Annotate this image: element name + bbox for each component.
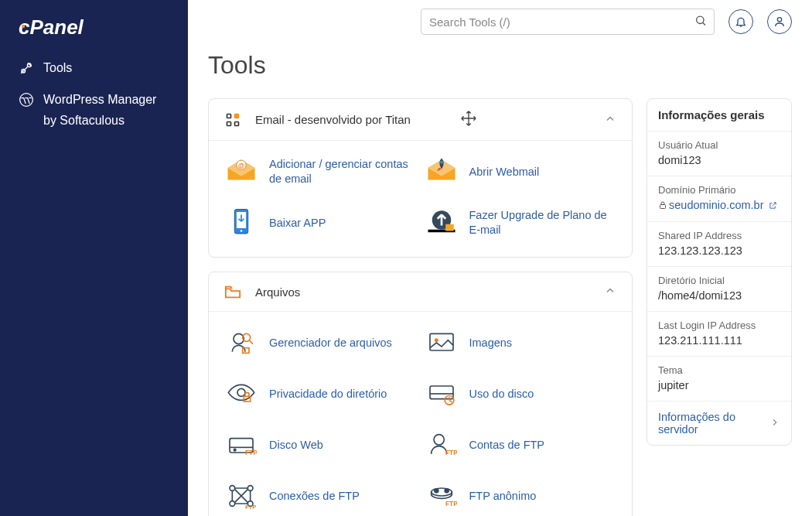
- info-label: Domínio Primário: [658, 184, 780, 196]
- tool-upgrade-email-plan[interactable]: Fazer Upgrade de Plano de E-mail: [425, 200, 617, 246]
- svg-point-1: [22, 25, 25, 28]
- move-icon[interactable]: [460, 110, 477, 129]
- tool-open-webmail[interactable]: Abrir Webmail: [425, 149, 617, 195]
- svg-text:FTP: FTP: [245, 504, 256, 511]
- phone-download-icon: [224, 206, 258, 240]
- svg-text:cPanel: cPanel: [19, 15, 84, 39]
- info-label: Usuário Atual: [658, 139, 780, 151]
- tool-label: Gerenciador de arquivos: [269, 336, 392, 350]
- tool-disk-usage[interactable]: Uso do disco: [425, 371, 617, 417]
- cpanel-logo: cPanel: [0, 15, 188, 53]
- tool-label: Uso do disco: [469, 387, 534, 402]
- svg-rect-43: [660, 205, 666, 209]
- server-info-link[interactable]: Informações do servidor: [647, 402, 791, 445]
- svg-point-41: [445, 489, 449, 493]
- upgrade-circle-icon: [425, 206, 459, 240]
- info-label: Shared IP Address: [658, 230, 780, 241]
- info-value: 123.211.111.111: [658, 334, 780, 347]
- svg-point-4: [20, 94, 33, 107]
- tool-download-app[interactable]: Baixar APP: [224, 200, 417, 246]
- tool-label: FTP anônimo: [469, 489, 537, 504]
- svg-rect-7: [227, 114, 231, 118]
- search-input[interactable]: [421, 9, 715, 35]
- svg-point-6: [777, 18, 781, 22]
- tool-ftp-accounts[interactable]: FTP Contas de FTP: [425, 422, 617, 468]
- tool-label: Fazer Upgrade de Plano de E-mail: [469, 208, 617, 237]
- general-info-panel: Informações gerais Usuário Atual domi123…: [647, 98, 792, 446]
- svg-text:FTP: FTP: [445, 500, 457, 507]
- tool-directory-privacy[interactable]: Privacidade do diretório: [224, 371, 417, 417]
- info-row-home-dir: Diretório Inicial /home4/domi123: [647, 267, 791, 312]
- lock-icon: [658, 200, 667, 212]
- info-value[interactable]: seudominio.com.br: [658, 199, 780, 212]
- web-disk-icon: FTP: [224, 428, 258, 462]
- ftp-connections-icon: FTP: [224, 479, 258, 513]
- info-value: /home4/domi123: [658, 289, 780, 302]
- tool-anonymous-ftp[interactable]: FTP FTP anônimo: [425, 473, 617, 516]
- info-row-theme: Tema jupiter: [647, 357, 791, 402]
- chevron-up-icon[interactable]: [604, 285, 616, 299]
- page-title: Tools: [208, 51, 633, 80]
- svg-text:FTP: FTP: [445, 449, 457, 456]
- panel-title: Arquivos: [255, 285, 300, 299]
- tool-file-manager[interactable]: Gerenciador de arquivos: [224, 320, 417, 366]
- search-wrap: [421, 9, 715, 35]
- svg-point-13: [440, 161, 443, 164]
- svg-point-25: [237, 388, 245, 396]
- svg-point-36: [230, 501, 235, 507]
- info-value: jupiter: [658, 379, 780, 391]
- svg-point-34: [230, 486, 235, 491]
- disk-usage-icon: [425, 377, 459, 411]
- user-icon: [773, 15, 786, 28]
- svg-point-16: [241, 230, 243, 232]
- svg-rect-22: [243, 348, 249, 354]
- apps-icon: [224, 111, 241, 128]
- tool-label: Contas de FTP: [469, 438, 545, 453]
- info-row-last-login-ip: Last Login IP Address 123.211.111.111: [647, 312, 791, 357]
- tool-manage-email-accounts[interactable]: @ Adicionar / gerenciar contas de email: [224, 149, 417, 195]
- chevron-right-icon: [769, 417, 780, 430]
- sidebar-item-label: WordPress Manager: [43, 92, 156, 108]
- svg-rect-9: [227, 121, 231, 125]
- bell-icon: [735, 15, 747, 28]
- tool-ftp-connections[interactable]: FTP Conexões de FTP: [224, 473, 417, 516]
- notifications-button[interactable]: [728, 9, 753, 34]
- svg-point-40: [434, 489, 438, 493]
- panel-head-files[interactable]: Arquivos: [209, 272, 632, 312]
- topbar: [188, 0, 812, 43]
- tool-web-disk[interactable]: FTP Disco Web: [224, 422, 417, 468]
- panel-head-email[interactable]: Email - desenvolvido por Titan: [209, 99, 632, 141]
- tool-images[interactable]: Imagens: [425, 320, 617, 366]
- external-link-icon: [769, 200, 777, 212]
- account-button[interactable]: [767, 9, 792, 34]
- info-row-shared-ip: Shared IP Address 123.123.123.123: [647, 222, 791, 267]
- tool-label: Adicionar / gerenciar contas de email: [269, 157, 417, 186]
- tool-label: Baixar APP: [269, 216, 326, 231]
- panel-email: Email - desenvolvido por Titan: [208, 98, 633, 258]
- svg-rect-10: [235, 121, 239, 125]
- sidebar-item-sublabel: by Softaculous: [43, 113, 169, 129]
- info-value: 123.123.123.123: [658, 244, 780, 257]
- chevron-up-icon[interactable]: [604, 112, 616, 127]
- tool-label: Privacidade do diretório: [269, 387, 387, 402]
- file-manager-icon: [224, 326, 258, 360]
- info-row-current-user: Usuário Atual domi123: [647, 132, 791, 176]
- sidebar-item-wordpress-manager[interactable]: WordPress Manager by Softaculous: [0, 84, 188, 137]
- envelope-rocket-icon: [425, 155, 459, 189]
- svg-point-32: [434, 435, 444, 445]
- tool-label: Disco Web: [269, 438, 323, 453]
- info-label: Last Login IP Address: [658, 320, 780, 331]
- eye-lock-icon: [224, 377, 258, 411]
- sidebar-item-tools[interactable]: Tools: [0, 53, 188, 84]
- svg-rect-19: [445, 224, 454, 231]
- info-value: domi123: [658, 154, 780, 166]
- envelope-at-icon: @: [224, 155, 258, 189]
- images-icon: [425, 326, 459, 360]
- svg-point-30: [234, 449, 236, 451]
- info-label: Tema: [658, 364, 780, 376]
- svg-text:@: @: [238, 162, 245, 169]
- ftp-accounts-icon: FTP: [425, 428, 459, 462]
- panel-files: Arquivos Gerencia: [208, 272, 633, 516]
- svg-point-5: [697, 16, 704, 23]
- svg-point-2: [28, 63, 32, 67]
